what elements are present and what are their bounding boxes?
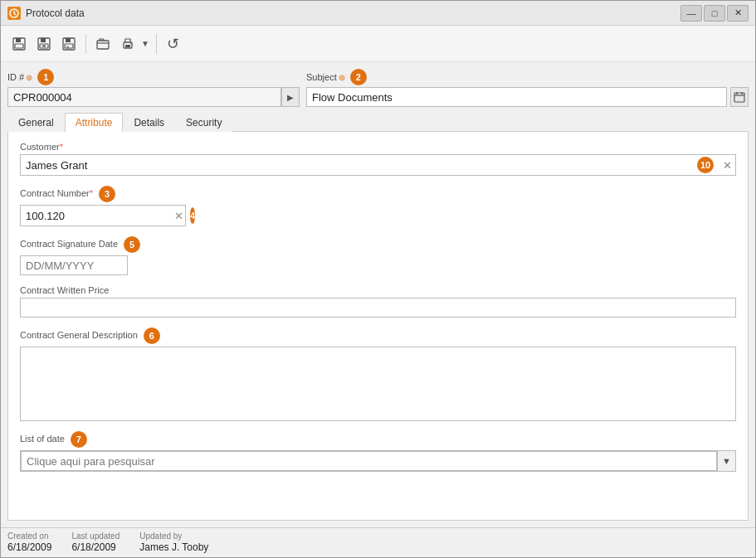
contract-general-description-field: Contract General Description 6: [20, 328, 736, 421]
contract-number-wrap: ✕ 4: [20, 205, 186, 226]
tab-general[interactable]: General: [7, 113, 65, 132]
svg-rect-11: [66, 38, 71, 42]
open-button[interactable]: [91, 32, 115, 56]
id-label: ID # ⊛ 1: [7, 69, 300, 85]
contract-general-description-label: Contract General Description 6: [20, 328, 736, 344]
contract-signature-date-label: Contract Signature Date 5: [20, 236, 736, 253]
status-bar: Created on 6/18/2009 Last updated 6/18/2…: [1, 527, 755, 557]
id-badge: 1: [37, 69, 54, 85]
toolbar-sep-1: [85, 34, 86, 54]
customer-clear-button[interactable]: ✕: [719, 157, 735, 173]
svg-rect-16: [125, 45, 130, 47]
customer-label: Customer*: [20, 142, 736, 152]
list-of-date-input[interactable]: [21, 451, 717, 471]
svg-text:✕: ✕: [66, 45, 70, 50]
svg-rect-9: [42, 45, 46, 46]
tabs-container: General Attribute Details Security Custo…: [7, 112, 749, 521]
list-of-date-arrow[interactable]: ▼: [717, 451, 735, 471]
contract-signature-date-input[interactable]: [20, 255, 128, 275]
subject-input[interactable]: [306, 87, 727, 107]
subject-field-group: Subject ⊛ 2: [306, 69, 749, 107]
id-subject-row: ID # ⊛ 1 ▶ Subject ⊛ 2: [7, 69, 749, 107]
window-title: Protocol data: [26, 7, 680, 19]
svg-rect-18: [734, 93, 744, 102]
id-input[interactable]: [7, 87, 281, 107]
toolbar-sep-2: [156, 34, 157, 54]
contract-general-description-textarea[interactable]: [20, 347, 736, 421]
contract-written-price-input[interactable]: [20, 298, 736, 318]
save-close-button[interactable]: ✕: [57, 32, 80, 56]
subject-badge: 2: [350, 69, 367, 85]
description-badge: 6: [144, 328, 160, 344]
tab-security[interactable]: Security: [175, 113, 232, 132]
maximize-button[interactable]: □: [704, 5, 725, 22]
updated-by-value: James J. Tooby: [139, 541, 208, 553]
contract-written-price-field: Contract Written Price: [20, 285, 736, 318]
customer-badge: 10: [697, 157, 714, 173]
date-input-wrap: [20, 255, 128, 275]
last-updated-field: Last updated 6/18/2009: [71, 531, 119, 553]
created-on-value: 6/18/2009: [7, 541, 51, 553]
print-button[interactable]: [116, 32, 139, 56]
list-of-date-field: List of date 7 ▼: [20, 431, 736, 472]
title-bar: Protocol data — □ ✕: [1, 1, 755, 26]
created-on-field: Created on 6/18/2009: [7, 531, 51, 553]
save-button[interactable]: [32, 32, 56, 56]
tab-attribute[interactable]: Attribute: [65, 113, 124, 132]
contract-number-input[interactable]: [21, 206, 170, 226]
save-new-button[interactable]: [7, 32, 31, 56]
svg-rect-5: [15, 44, 23, 48]
svg-rect-14: [97, 41, 109, 49]
id-required-icon: ⊛: [26, 73, 32, 82]
last-updated-value: 6/18/2009: [71, 541, 119, 553]
last-updated-label: Last updated: [71, 531, 119, 541]
svg-point-17: [130, 43, 132, 45]
contract-number-badge: 3: [99, 186, 115, 202]
contract-number-label: Contract Number* 3: [20, 186, 736, 202]
customer-field: Customer* 10 ✕: [20, 142, 736, 176]
svg-rect-4: [16, 38, 21, 42]
subject-label: Subject ⊛ 2: [306, 69, 749, 85]
list-date-badge: 7: [71, 431, 87, 448]
print-dropdown-arrow[interactable]: ▼: [139, 39, 151, 48]
updated-by-label: Updated by: [139, 531, 208, 541]
toolbar: ✕ ▼ ↺: [1, 26, 755, 62]
customer-input-wrap: 10 ✕: [20, 154, 736, 176]
contract-written-price-label: Contract Written Price: [20, 285, 736, 295]
subject-calendar-button[interactable]: [730, 87, 749, 107]
list-of-date-dropdown[interactable]: ▼: [20, 450, 736, 472]
svg-line-2: [14, 13, 16, 15]
tab-details[interactable]: Details: [123, 113, 175, 132]
content-area: ID # ⊛ 1 ▶ Subject ⊛ 2: [1, 62, 755, 527]
contract-signature-date-field: Contract Signature Date 5: [20, 236, 736, 275]
tabs-row: General Attribute Details Security: [7, 112, 749, 132]
main-window: Protocol data — □ ✕ ✕ ▼ ↺: [0, 0, 756, 558]
created-on-label: Created on: [7, 531, 51, 541]
id-nav-button[interactable]: ▶: [281, 87, 300, 107]
print-button-group[interactable]: ▼: [116, 32, 151, 56]
contract-number-input-wrap: ✕ 4: [20, 205, 186, 226]
contract-number-field: Contract Number* 3 ✕ 4: [20, 186, 736, 226]
subject-required-icon: ⊛: [339, 73, 345, 82]
customer-input[interactable]: [21, 155, 694, 175]
id-field-wrap: ▶: [7, 87, 300, 107]
minimize-button[interactable]: —: [680, 5, 702, 22]
tab-attribute-content: Customer* 10 ✕ Contract Number* 3: [7, 132, 749, 521]
list-of-date-label: List of date 7: [20, 431, 736, 448]
refresh-icon: ↺: [167, 36, 179, 51]
app-icon: [7, 7, 21, 20]
close-button[interactable]: ✕: [727, 5, 749, 22]
window-controls: — □ ✕: [680, 5, 749, 22]
id-field-group: ID # ⊛ 1 ▶: [7, 69, 300, 107]
refresh-button[interactable]: ↺: [162, 32, 185, 56]
updated-by-field: Updated by James J. Tooby: [139, 531, 208, 553]
clear-badge: 4: [190, 207, 195, 224]
date-badge: 5: [124, 236, 140, 253]
contract-number-clear-button[interactable]: ✕: [170, 207, 187, 224]
subject-wrap: [306, 87, 749, 107]
svg-rect-7: [41, 38, 46, 42]
